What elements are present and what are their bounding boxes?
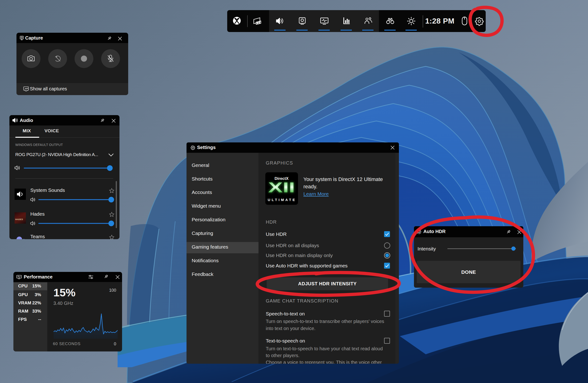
svg-text:ULTIMATE: ULTIMATE	[268, 198, 296, 202]
svg-text:XII: XII	[268, 179, 295, 195]
